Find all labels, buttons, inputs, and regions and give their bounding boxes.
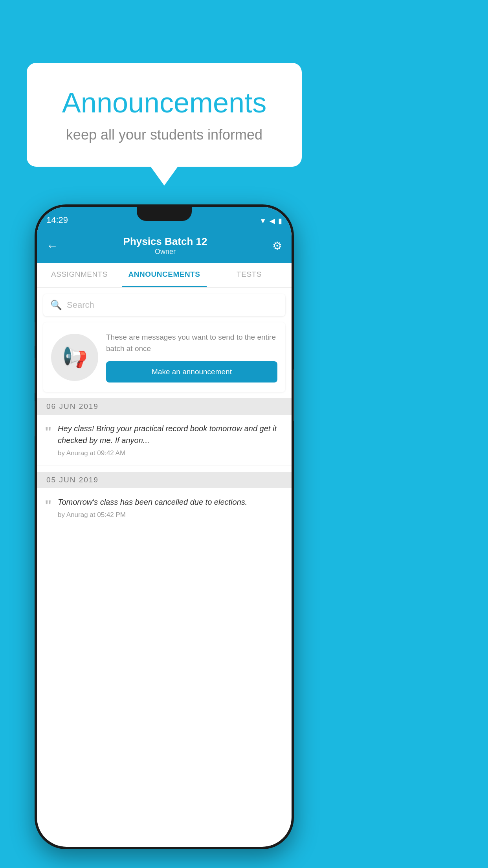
tab-announcements[interactable]: ANNOUNCEMENTS	[122, 263, 207, 287]
app-header: ← Physics Batch 12 Owner ⚙	[37, 228, 292, 263]
announcement-description: These are messages you want to send to t…	[106, 332, 277, 354]
announcement-author-1: by Anurag at 09:42 AM	[58, 449, 284, 457]
date-separator-1: 06 JUN 2019	[37, 398, 292, 415]
announcement-prompt-card: 📢 These are messages you want to send to…	[43, 322, 285, 392]
screen-content: 🔍 Search 📢 These are messages you want t…	[37, 288, 292, 847]
back-button[interactable]: ←	[46, 239, 58, 252]
phone-frame: 14:29 ▼ ◀ ▮ ← Physics Batch 12 Owner ⚙ A…	[35, 204, 294, 849]
speech-bubble-container: Announcements keep all your students inf…	[27, 63, 302, 167]
announcement-content-1: Hey class! Bring your practical record b…	[58, 423, 284, 457]
search-bar[interactable]: 🔍 Search	[43, 294, 285, 316]
tab-tests[interactable]: TESTS	[207, 263, 292, 287]
status-icons: ▼ ◀ ▮	[259, 217, 282, 225]
search-icon: 🔍	[50, 300, 62, 311]
megaphone-circle: 📢	[51, 334, 98, 381]
status-time: 14:29	[46, 215, 68, 225]
speech-bubble-subtitle: keep all your students informed	[46, 127, 282, 143]
search-placeholder: Search	[67, 300, 94, 310]
settings-icon[interactable]: ⚙	[272, 239, 282, 252]
announcement-right: These are messages you want to send to t…	[106, 332, 277, 383]
tab-assignments[interactable]: ASSIGNMENTS	[37, 263, 122, 287]
announcement-item-1[interactable]: " Hey class! Bring your practical record…	[37, 415, 292, 465]
phone-screen: 14:29 ▼ ◀ ▮ ← Physics Batch 12 Owner ⚙ A…	[37, 207, 292, 847]
header-title-group: Physics Batch 12 Owner	[58, 235, 272, 256]
header-title: Physics Batch 12	[58, 235, 272, 248]
announcement-author-2: by Anurag at 05:42 PM	[58, 511, 284, 519]
wifi-icon: ▼	[259, 217, 266, 225]
quote-icon-2: "	[45, 498, 51, 519]
date-separator-2: 05 JUN 2019	[37, 472, 292, 488]
silent-button	[35, 401, 35, 436]
announcement-item-2[interactable]: " Tomorrow's class has been cancelled du…	[37, 488, 292, 527]
date-label-2: 05 JUN 2019	[46, 476, 99, 484]
date-label-1: 06 JUN 2019	[46, 402, 99, 410]
battery-icon: ▮	[278, 217, 282, 225]
volume-down-button	[35, 358, 35, 393]
make-announcement-button[interactable]: Make an announcement	[106, 361, 277, 383]
speech-bubble: Announcements keep all your students inf…	[27, 63, 302, 167]
notch	[137, 207, 192, 221]
header-subtitle: Owner	[58, 248, 272, 256]
announcement-text-1: Hey class! Bring your practical record b…	[58, 423, 284, 446]
announcement-content-2: Tomorrow's class has been cancelled due …	[58, 496, 284, 519]
megaphone-icon: 📢	[62, 345, 88, 369]
announcement-text-2: Tomorrow's class has been cancelled due …	[58, 496, 284, 508]
phone-inner: 14:29 ▼ ◀ ▮ ← Physics Batch 12 Owner ⚙ A…	[37, 207, 292, 847]
volume-up-button	[35, 322, 35, 346]
signal-icon: ◀	[270, 217, 275, 225]
power-button	[293, 370, 294, 421]
speech-bubble-title: Announcements	[46, 86, 282, 119]
quote-icon-1: "	[45, 424, 51, 457]
tabs: ASSIGNMENTS ANNOUNCEMENTS TESTS	[37, 263, 292, 288]
